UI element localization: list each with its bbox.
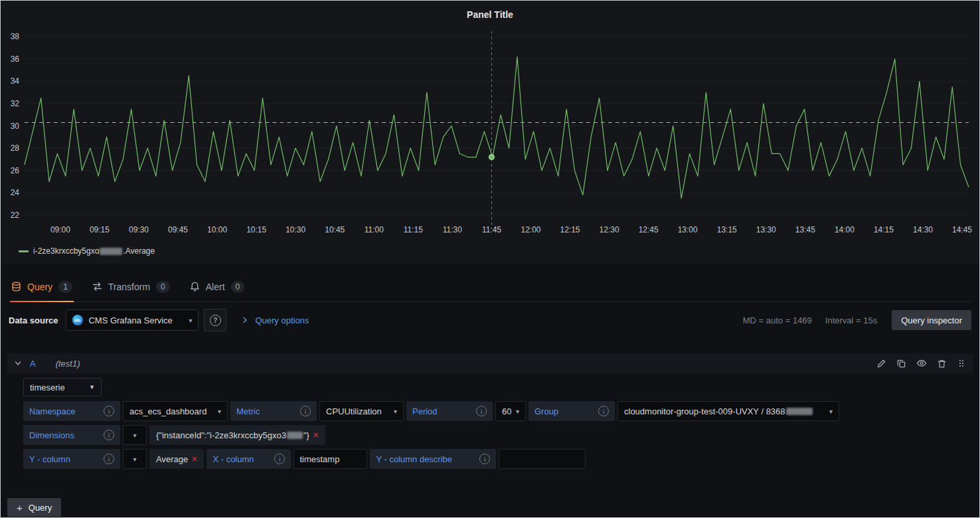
query-row-actions (876, 358, 966, 369)
remove-icon[interactable]: ✕ (191, 455, 197, 464)
svg-text:32: 32 (11, 99, 20, 108)
svg-text:14:00: 14:00 (835, 225, 855, 234)
svg-text:10:00: 10:00 (207, 225, 227, 234)
svg-text:26: 26 (11, 166, 20, 175)
copy-icon[interactable] (896, 359, 906, 369)
svg-text:34: 34 (11, 76, 20, 86)
query-inspector-button[interactable]: Query inspector (892, 310, 971, 330)
add-query-button[interactable]: + Query (7, 498, 61, 517)
svg-text:12:30: 12:30 (600, 225, 619, 234)
interval-text: Interval = 15s (825, 315, 877, 325)
query-field-row-1: Namespace i acs_ecs_dashboard ▾ Metric i… (23, 401, 973, 421)
tab-query-count: 1 (58, 281, 72, 293)
caret-down-icon: ▾ (133, 432, 136, 439)
tab-transform-label: Transform (108, 282, 150, 292)
remove-icon[interactable]: ✕ (313, 431, 319, 440)
query-field-row-2: Dimensions i ▾ {"instanceId":"i-2ze3krxc… (23, 425, 973, 445)
datasource-value: CMS Grafana Service (88, 315, 172, 325)
svg-text:09:00: 09:00 (50, 225, 70, 234)
caret-down-icon: ▾ (394, 408, 397, 415)
chevron-right-icon (241, 316, 249, 324)
svg-text:13:45: 13:45 (795, 225, 815, 234)
query-ref-id: A (30, 359, 36, 369)
query-type-value: timeserie (30, 383, 65, 392)
svg-text:14:30: 14:30 (913, 225, 933, 234)
legend-swatch-icon (19, 250, 29, 252)
info-icon[interactable]: i (104, 406, 114, 416)
svg-text:13:00: 13:00 (678, 225, 698, 234)
info-icon[interactable]: i (274, 454, 285, 464)
database-icon (11, 282, 21, 292)
tab-query[interactable]: Query 1 (11, 272, 72, 302)
datasource-label: Data source (9, 315, 58, 325)
group-redacted-text (786, 408, 813, 415)
drag-handle-icon[interactable] (957, 359, 966, 368)
svg-text:12:00: 12:00 (521, 225, 541, 234)
svg-text:12:15: 12:15 (560, 225, 580, 234)
caret-down-icon: ▾ (829, 408, 833, 415)
query-type-select[interactable]: timeserie ▼ (23, 378, 102, 396)
svg-text:10:45: 10:45 (325, 225, 345, 234)
tab-transform[interactable]: Transform 0 (92, 272, 170, 302)
svg-text:13:15: 13:15 (717, 225, 737, 234)
tab-transform-count: 0 (156, 281, 170, 293)
info-icon[interactable]: i (104, 430, 114, 440)
datasource-select[interactable]: CMS Grafana Service ▾ (66, 309, 199, 331)
svg-text:14:45: 14:45 (952, 225, 972, 234)
eye-icon[interactable] (916, 358, 927, 369)
group-select[interactable]: cloudmonitor-group-test-009-UVXY / 8368 … (617, 401, 839, 421)
namespace-label: Namespace i (23, 401, 120, 421)
metric-select[interactable]: CPUUtilization ▾ (319, 401, 404, 421)
y-column-dropdown[interactable]: ▾ (123, 449, 147, 469)
chevron-down-icon[interactable] (14, 359, 22, 367)
svg-text:10:15: 10:15 (246, 225, 266, 234)
chart-legend[interactable]: i-2ze3krxccby5gxo .Average (1, 246, 979, 256)
info-icon[interactable]: i (598, 406, 609, 416)
y-column-label: Y - column i (23, 449, 120, 469)
dimensions-value-chip[interactable]: {"instanceId":"i-2ze3krxccby5gxo3 "} ✕ (149, 425, 325, 445)
grafana-datasource-icon (72, 315, 83, 325)
add-query-label: Query (29, 503, 52, 513)
y-column-describe-input[interactable] (499, 449, 586, 469)
query-options-label: Query options (255, 315, 309, 325)
info-icon[interactable]: i (476, 406, 487, 416)
editor-tabs: Query 1 Transform 0 Alert 0 (10, 272, 970, 302)
dimensions-dropdown[interactable]: ▾ (123, 425, 147, 445)
info-icon[interactable]: i (479, 454, 490, 464)
caret-down-icon: ▾ (516, 408, 519, 415)
trash-icon[interactable] (937, 359, 947, 369)
svg-text:14:15: 14:15 (874, 225, 894, 234)
svg-text:09:30: 09:30 (129, 225, 149, 234)
bell-icon (190, 282, 200, 292)
edit-icon[interactable] (876, 359, 886, 369)
query-field-row-3: Y - column i ▾ Average ✕ X - column i Y … (23, 449, 973, 469)
svg-text:30: 30 (11, 122, 20, 131)
svg-text:13:30: 13:30 (756, 225, 776, 234)
info-icon[interactable]: i (104, 454, 114, 464)
svg-text:09:45: 09:45 (168, 225, 188, 234)
period-select[interactable]: 60 ▾ (495, 401, 526, 421)
info-icon[interactable]: i (300, 406, 311, 416)
legend-label-suffix: .Average (123, 246, 155, 256)
x-column-input[interactable] (293, 449, 367, 469)
svg-text:24: 24 (11, 188, 20, 197)
y-column-value-chip[interactable]: Average ✕ (149, 449, 204, 469)
svg-text:10:30: 10:30 (286, 225, 305, 234)
svg-text:11:00: 11:00 (365, 225, 384, 234)
svg-text:38: 38 (11, 32, 20, 41)
query-row-header[interactable]: A (test1) (7, 353, 973, 373)
query-options-toggle[interactable]: Query options (241, 315, 309, 325)
datasource-row: Data source CMS Grafana Service ▾ ? Quer… (9, 309, 971, 331)
svg-text:09:15: 09:15 (90, 225, 110, 234)
period-label: Period i (406, 401, 493, 421)
metric-label: Metric i (230, 401, 317, 421)
legend-redacted-text (100, 248, 122, 255)
chart-panel: Panel Title 22242628303234363809:0009:15… (1, 1, 979, 264)
svg-text:28: 28 (11, 143, 20, 153)
tab-alert[interactable]: Alert 0 (190, 272, 244, 302)
max-datapoints-text: MD = auto = 1469 (743, 315, 812, 325)
datasource-help-button[interactable]: ? (204, 309, 226, 331)
namespace-select[interactable]: acs_ecs_dashboard ▾ (123, 401, 228, 421)
legend-label-prefix: i-2ze3krxccby5gxo (33, 246, 99, 256)
timeseries-chart[interactable]: 22242628303234363809:0009:1509:3009:4510… (1, 25, 979, 245)
